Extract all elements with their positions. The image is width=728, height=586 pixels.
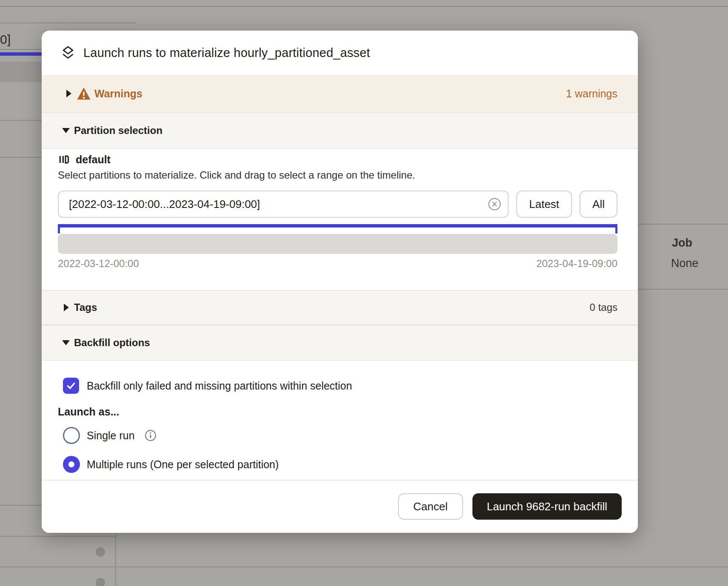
dialog-title: Launch runs to materialize hourly_partit…	[83, 46, 370, 60]
partition-selection-description: Select partitions to materialize. Click …	[58, 169, 415, 181]
range-start-label: 2022-03-12-00:00	[58, 258, 139, 270]
caret-right-icon	[66, 90, 71, 97]
range-end-label: 2023-04-19-09:00	[536, 258, 617, 270]
multiple-runs-label: Multiple runs (One per selected partitio…	[87, 458, 279, 471]
dialog-footer: Cancel Launch 9682-run backfill	[42, 480, 638, 533]
bg-status-dot	[96, 547, 105, 557]
single-run-label: Single run	[87, 430, 135, 442]
launch-backfill-button[interactable]: Launch 9682-run backfill	[472, 493, 622, 520]
partition-timeline[interactable]	[58, 234, 617, 254]
cancel-button[interactable]: Cancel	[398, 493, 463, 520]
backfill-only-failed-checkbox[interactable]	[63, 378, 79, 394]
selected-range-bracket	[58, 224, 617, 233]
warnings-count-badge: 1 warnings	[566, 88, 617, 100]
tags-count-badge: 0 tags	[590, 302, 617, 313]
backfill-options-toggle[interactable]: Backfill options	[42, 325, 638, 361]
bg-row-divider	[0, 566, 728, 567]
bg-row-divider	[0, 6, 728, 7]
all-button[interactable]: All	[580, 191, 617, 218]
bg-row-divider	[0, 23, 136, 23]
warnings-label: Warnings	[94, 88, 142, 100]
launch-as-label: Launch as...	[58, 406, 119, 418]
bg-column-divider	[115, 533, 116, 586]
bg-job-column-header: Job	[672, 236, 692, 250]
partition-selection-body: default Select partitions to materialize…	[42, 149, 638, 290]
partition-set-icon	[58, 153, 71, 166]
materialize-layers-icon	[60, 44, 77, 61]
single-run-radio[interactable]: Single run	[63, 427, 157, 444]
latest-button[interactable]: Latest	[516, 191, 572, 218]
bg-row-divider	[0, 120, 42, 121]
backfill-options-header: Backfill options	[74, 337, 150, 349]
caret-down-icon	[62, 128, 70, 133]
tags-section-toggle[interactable]: Tags 0 tags	[42, 290, 638, 325]
bg-clipped-input-text: 0]	[0, 32, 11, 47]
warnings-section-toggle[interactable]: Warnings 1 warnings	[42, 75, 638, 112]
dialog-header: Launch runs to materialize hourly_partit…	[42, 31, 638, 75]
bg-status-dot	[96, 578, 105, 586]
info-circle-icon[interactable]	[144, 429, 157, 442]
caret-right-icon	[64, 304, 69, 311]
partition-range-input[interactable]	[58, 191, 509, 218]
backfill-only-failed-label: Backfill only failed and missing partiti…	[87, 380, 352, 392]
bg-job-column-value: None	[671, 257, 699, 270]
bg-row-divider	[638, 224, 728, 225]
partition-selection-toggle[interactable]: Partition selection	[42, 112, 638, 149]
backfill-options-body: Backfill only failed and missing partiti…	[42, 361, 638, 480]
multiple-runs-radio[interactable]: Multiple runs (One per selected partitio…	[63, 456, 279, 473]
bg-row-divider	[0, 157, 42, 158]
warning-triangle-icon	[77, 87, 91, 100]
bg-row-divider	[0, 536, 116, 537]
partition-dimension-name: default	[76, 154, 111, 166]
checkmark-icon	[65, 380, 77, 391]
bg-row-divider	[0, 505, 42, 506]
tags-header: Tags	[74, 302, 97, 313]
caret-down-icon	[62, 340, 70, 345]
radio-selected-icon	[63, 456, 80, 473]
bg-row-divider	[638, 289, 728, 290]
radio-unselected-icon	[63, 427, 80, 444]
bg-header-band	[0, 62, 42, 82]
launch-backfill-dialog: Launch runs to materialize hourly_partit…	[42, 31, 638, 533]
clear-input-icon[interactable]	[487, 197, 502, 211]
partition-selection-header: Partition selection	[74, 125, 162, 137]
